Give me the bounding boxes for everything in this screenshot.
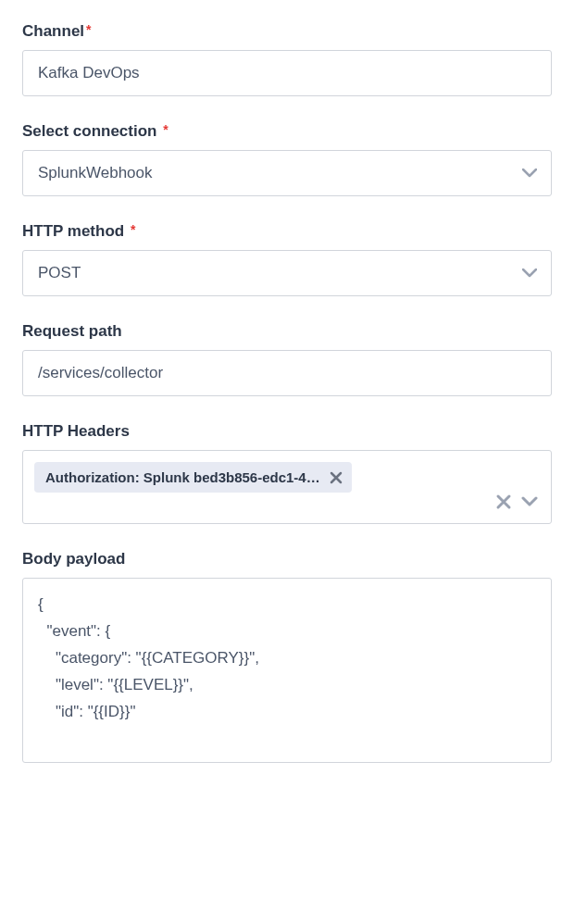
connection-group: Select connection * SplunkWebhook <box>22 122 552 196</box>
http-headers-box[interactable]: Authorization: Splunk bed3b856-edc1-4… <box>22 450 552 524</box>
connection-select[interactable]: SplunkWebhook <box>22 150 552 196</box>
http-method-value: POST <box>38 264 81 282</box>
close-icon[interactable] <box>330 471 343 484</box>
http-method-group: HTTP method * POST <box>22 222 552 296</box>
http-method-label-text: HTTP method <box>22 222 124 240</box>
channel-label: Channel* <box>22 22 552 41</box>
connection-select-wrapper: SplunkWebhook <box>22 150 552 196</box>
channel-group: Channel* <box>22 22 552 96</box>
connection-label: Select connection * <box>22 122 552 141</box>
http-headers-label: HTTP Headers <box>22 422 552 441</box>
required-asterisk: * <box>131 222 135 237</box>
http-headers-label-text: HTTP Headers <box>22 422 130 440</box>
body-payload-label-text: Body payload <box>22 550 125 568</box>
http-headers-group: HTTP Headers Authorization: Splunk bed3b… <box>22 422 552 524</box>
http-method-select-wrapper: POST <box>22 250 552 296</box>
channel-label-text: Channel <box>22 22 84 40</box>
headers-controls <box>495 493 538 510</box>
body-payload-textarea[interactable]: { "event": { "category": "{{CATEGORY}}",… <box>22 578 552 763</box>
clear-icon[interactable] <box>495 493 512 510</box>
required-asterisk: * <box>86 22 91 37</box>
request-path-group: Request path <box>22 322 552 396</box>
body-payload-group: Body payload { "event": { "category": "{… <box>22 550 552 763</box>
request-path-input[interactable] <box>22 350 552 396</box>
connection-value: SplunkWebhook <box>38 164 153 182</box>
channel-input[interactable] <box>22 50 552 96</box>
chevron-down-icon[interactable] <box>521 496 538 507</box>
request-path-label: Request path <box>22 322 552 341</box>
body-payload-label: Body payload <box>22 550 552 568</box>
header-chip-text: Authorization: Splunk bed3b856-edc1-4… <box>45 469 320 485</box>
connection-label-text: Select connection <box>22 122 156 140</box>
required-asterisk: * <box>163 122 168 137</box>
http-method-label: HTTP method * <box>22 222 552 241</box>
header-chip: Authorization: Splunk bed3b856-edc1-4… <box>34 462 352 493</box>
http-method-select[interactable]: POST <box>22 250 552 296</box>
request-path-label-text: Request path <box>22 322 122 340</box>
